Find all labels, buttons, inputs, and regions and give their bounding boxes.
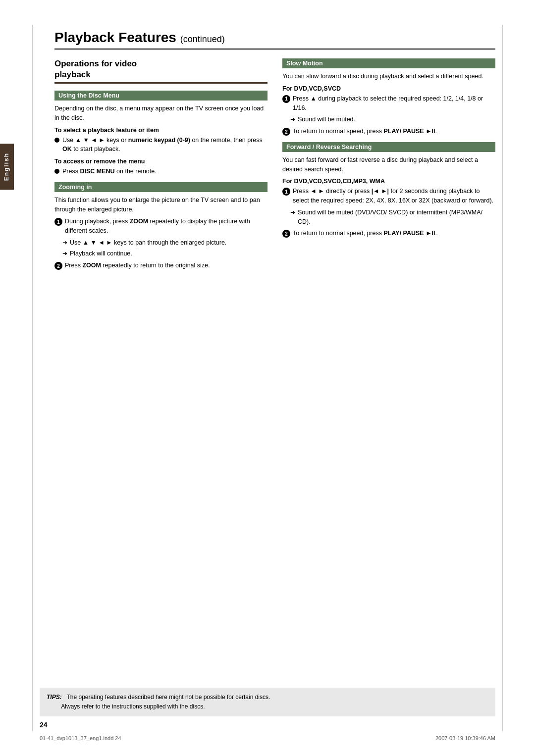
fwd-step1-arrow: ➜ Sound will be muted (DVD/VCD/ SVCD) or… [290,208,495,227]
content-area: Operations for video playback Using the … [54,58,495,273]
forward-reverse-header: Forward / Reverse Searching [282,142,495,152]
arrow-sym-slow1: ➜ [290,115,295,124]
select-heading: To select a playback feature or item [54,127,268,134]
zoom-step2: 2 Press ZOOM repeatedly to return to the… [54,261,268,270]
fwd-step2-text: To return to normal speed, press PLAY/ P… [293,229,495,238]
zoom-step1-arrow1: ➜ Use ▲ ▼ ◄ ► keys to pan through the en… [62,238,268,248]
access-text: Press DISC MENU on the remote. [62,167,268,176]
fwd-arrow1-text: Sound will be muted (DVD/VCD/ SVCD) or i… [298,208,495,227]
disc-menu-intro: Depending on the disc, a menu may appear… [54,104,268,123]
zoom-step1-num: 1 [54,218,62,226]
forward-reverse-intro: You can fast forward or fast reverse a d… [282,155,495,174]
arrow-sym-2: ➜ [62,249,67,258]
page-wrapper: English Playback Features (continued) Op… [0,0,535,756]
arrow-sym-fwd1: ➜ [290,208,295,217]
select-item: Use ▲ ▼ ◄ ► keys or numeric keypad (0-9)… [54,136,268,154]
zooming-in-header: Zooming in [54,182,268,192]
tips-label: TIPS: [47,694,62,701]
fwd-step2: 2 To return to normal speed, press PLAY/… [282,229,495,238]
arrow-sym-1: ➜ [62,238,67,247]
section-title-line2: playback [54,70,91,79]
slow-dvd-heading: For DVD,VCD,SVCD [282,85,495,92]
zoom-step2-text: Press ZOOM repeatedly to return to the o… [65,261,268,270]
slow-step2-num: 2 [282,128,290,136]
slow-arrow1-text: Sound will be muted. [298,115,355,124]
tips-line1: The operating features described here mi… [66,694,270,701]
title-continued: (continued) [180,34,225,44]
fwd-step1-num: 1 [282,188,290,196]
zoom-step2-num: 2 [54,262,62,270]
slow-step1-text: Press ▲ during playback to select the re… [293,94,495,113]
slow-motion-intro: You can slow forward a disc during playb… [282,72,495,81]
tips-footer: TIPS: The operating features described h… [40,688,495,716]
bottom-info: 01-41_dvp1013_37_eng1.indd 24 2007-03-19… [40,735,495,741]
select-text: Use ▲ ▼ ◄ ► keys or numeric keypad (0-9)… [62,136,268,154]
file-info-left: 01-41_dvp1013_37_eng1.indd 24 [40,735,121,741]
using-disc-menu-header: Using the Disc Menu [54,91,268,101]
slow-step2-text: To return to normal speed, press PLAY/ P… [293,127,495,136]
fwd-step1: 1 Press ◄ ► directly or press |◄ ►| for … [282,187,495,205]
access-item: Press DISC MENU on the remote. [54,167,268,176]
zoom-step1-text: During playback, press ZOOM repeatedly t… [65,217,268,236]
zoom-arrow2-text: Playback will continue. [70,249,132,258]
margin-line-right [502,25,503,731]
section-heading: Operations for video playback [54,58,268,84]
fwd-dvd-heading: For DVD,VCD,SVCD,CD,MP3, WMA [282,178,495,185]
side-tab: English [0,144,14,190]
access-heading: To access or remove the menu [54,158,268,165]
section-title-line1: Operations for video [54,59,137,68]
fwd-step2-num: 2 [282,230,290,238]
left-column: Operations for video playback Using the … [54,58,268,273]
slow-step1-num: 1 [282,95,290,103]
bullet-filled-select [54,138,59,143]
tips-line2: Always refer to the instructions supplie… [61,703,205,710]
title-main: Playback Features [54,30,176,45]
slow-step1: 1 Press ▲ during playback to select the … [282,94,495,113]
fwd-step1-text: Press ◄ ► directly or press |◄ ►| for 2 … [293,187,495,205]
right-column: Slow Motion You can slow forward a disc … [282,58,495,273]
zooming-intro: This function allows you to enlarge the … [54,196,268,214]
zoom-step1: 1 During playback, press ZOOM repeatedly… [54,217,268,236]
page-title: Playback Features (continued) [54,30,495,50]
slow-step1-arrow: ➜ Sound will be muted. [290,115,495,124]
bullet-filled-access [54,169,59,174]
file-info-right: 2007-03-19 10:39:46 AM [435,735,495,741]
zoom-arrow1-text: Use ▲ ▼ ◄ ► keys to pan through the enla… [70,238,226,248]
margin-line-left [32,25,33,731]
slow-motion-header: Slow Motion [282,58,495,68]
zoom-step1-arrow2: ➜ Playback will continue. [62,249,268,258]
page-number: 24 [40,721,48,729]
slow-step2: 2 To return to normal speed, press PLAY/… [282,127,495,136]
